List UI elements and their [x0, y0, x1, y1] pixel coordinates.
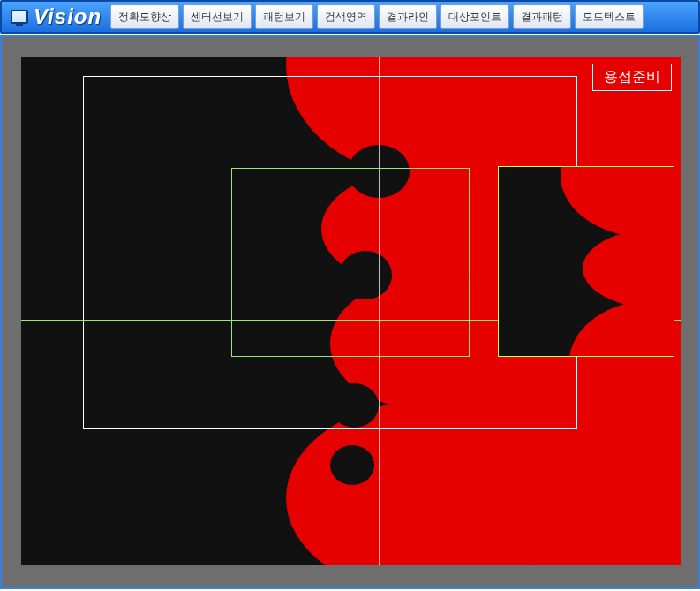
- app-logo: Vision: [5, 4, 107, 29]
- btn-mode-text[interactable]: 모드텍스트: [575, 4, 644, 29]
- btn-search-area[interactable]: 검색영역: [317, 4, 375, 29]
- btn-result-pattern[interactable]: 결과패턴: [513, 4, 571, 29]
- btn-accuracy[interactable]: 정확도향상: [110, 4, 179, 29]
- btn-centerline[interactable]: 센터선보기: [183, 4, 252, 29]
- pattern-rect: [231, 168, 470, 357]
- toolbar: Vision 정확도향상 센터선보기 패턴보기 검색영역 결과라인 대상포인트 …: [0, 0, 700, 34]
- status-label: 용접준비: [592, 64, 672, 91]
- btn-result-line[interactable]: 결과라인: [379, 4, 437, 29]
- app-title: Vision: [34, 4, 102, 29]
- btn-target-point[interactable]: 대상포인트: [440, 4, 509, 29]
- result-pattern-overlay: [498, 166, 674, 357]
- bulge-4: [330, 445, 374, 485]
- monitor-icon: [11, 10, 28, 24]
- canvas-frame: 용접준비: [0, 35, 700, 589]
- btn-pattern-view[interactable]: 패턴보기: [255, 4, 313, 29]
- vision-canvas[interactable]: 용접준비: [21, 57, 681, 565]
